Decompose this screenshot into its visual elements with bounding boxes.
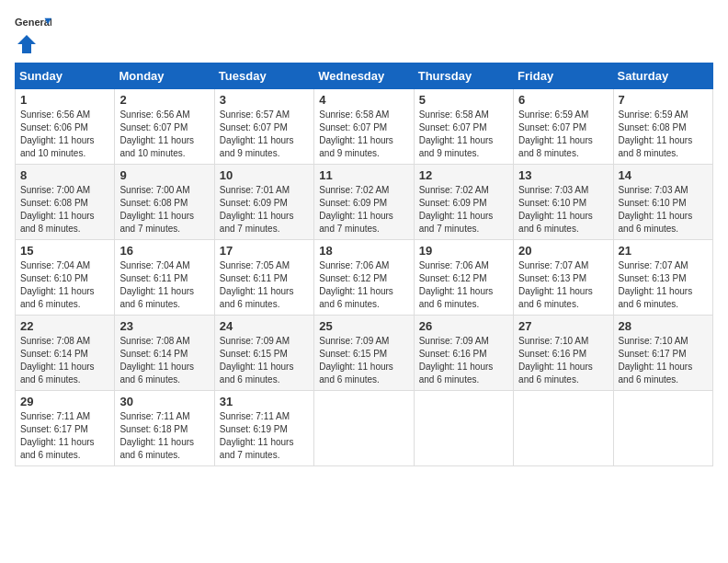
- day-info: Sunrise: 7:02 AMSunset: 6:09 PMDaylight:…: [319, 185, 393, 234]
- day-number: 29: [20, 395, 109, 408]
- day-number: 28: [619, 319, 708, 333]
- day-number: 1: [20, 93, 109, 107]
- day-number: 26: [419, 319, 508, 333]
- calendar-cell: 23Sunrise: 7:08 AMSunset: 6:14 PMDayligh…: [115, 316, 214, 391]
- day-info: Sunrise: 7:11 AMSunset: 6:19 PMDaylight:…: [220, 411, 294, 460]
- calendar-cell: 24Sunrise: 7:09 AMSunset: 6:15 PMDayligh…: [214, 316, 313, 391]
- day-number: 18: [319, 244, 408, 258]
- day-number: 14: [619, 168, 708, 182]
- day-info: Sunrise: 6:56 AMSunset: 6:07 PMDaylight:…: [119, 109, 194, 158]
- day-info: Sunrise: 7:04 AMSunset: 6:11 PMDaylight:…: [119, 260, 194, 309]
- logo: General: [15, 15, 51, 53]
- calendar-cell: 12Sunrise: 7:02 AMSunset: 6:09 PMDayligh…: [414, 165, 513, 240]
- day-number: 27: [518, 319, 608, 333]
- day-info: Sunrise: 7:08 AMSunset: 6:14 PMDaylight:…: [119, 336, 194, 385]
- calendar-cell: 25Sunrise: 7:09 AMSunset: 6:15 PMDayligh…: [314, 316, 414, 391]
- day-info: Sunrise: 7:02 AMSunset: 6:09 PMDaylight:…: [419, 185, 494, 234]
- calendar-cell: 17Sunrise: 7:05 AMSunset: 6:11 PMDayligh…: [214, 240, 313, 316]
- calendar-cell: [314, 391, 414, 466]
- day-info: Sunrise: 7:06 AMSunset: 6:12 PMDaylight:…: [319, 260, 393, 309]
- day-number: 31: [220, 395, 309, 408]
- day-info: Sunrise: 7:07 AMSunset: 6:13 PMDaylight:…: [619, 260, 693, 309]
- calendar-cell: 11Sunrise: 7:02 AMSunset: 6:09 PMDayligh…: [314, 165, 414, 240]
- calendar-week-5: 29Sunrise: 7:11 AMSunset: 6:17 PMDayligh…: [16, 391, 713, 466]
- svg-marker-2: [17, 35, 36, 53]
- day-number: 20: [518, 244, 608, 258]
- calendar-header-wednesday: Wednesday: [314, 63, 414, 89]
- day-info: Sunrise: 7:01 AMSunset: 6:09 PMDaylight:…: [220, 185, 294, 234]
- day-number: 17: [220, 244, 309, 258]
- calendar-cell: 4Sunrise: 6:58 AMSunset: 6:07 PMDaylight…: [314, 89, 414, 165]
- day-number: 24: [220, 319, 309, 333]
- calendar-header-row: SundayMondayTuesdayWednesdayThursdayFrid…: [16, 63, 713, 89]
- calendar-table: SundayMondayTuesdayWednesdayThursdayFrid…: [15, 63, 713, 466]
- calendar-cell: 7Sunrise: 6:59 AMSunset: 6:08 PMDaylight…: [613, 89, 712, 165]
- day-number: 16: [119, 244, 209, 258]
- calendar-week-3: 15Sunrise: 7:04 AMSunset: 6:10 PMDayligh…: [16, 240, 713, 316]
- day-info: Sunrise: 7:09 AMSunset: 6:15 PMDaylight:…: [220, 336, 294, 385]
- calendar-header-tuesday: Tuesday: [214, 63, 313, 89]
- day-info: Sunrise: 7:08 AMSunset: 6:14 PMDaylight:…: [20, 336, 95, 385]
- calendar-cell: 18Sunrise: 7:06 AMSunset: 6:12 PMDayligh…: [314, 240, 414, 316]
- calendar-cell: 8Sunrise: 7:00 AMSunset: 6:08 PMDaylight…: [16, 165, 115, 240]
- calendar-cell: 22Sunrise: 7:08 AMSunset: 6:14 PMDayligh…: [16, 316, 115, 391]
- day-number: 15: [20, 244, 109, 258]
- day-info: Sunrise: 7:03 AMSunset: 6:10 PMDaylight:…: [619, 185, 693, 234]
- day-number: 22: [20, 319, 109, 333]
- calendar-body: 1Sunrise: 6:56 AMSunset: 6:06 PMDaylight…: [16, 89, 713, 466]
- day-info: Sunrise: 7:03 AMSunset: 6:10 PMDaylight:…: [518, 185, 593, 234]
- logo-arrow-icon: [17, 35, 36, 53]
- calendar-cell: 31Sunrise: 7:11 AMSunset: 6:19 PMDayligh…: [214, 391, 313, 466]
- calendar-week-2: 8Sunrise: 7:00 AMSunset: 6:08 PMDaylight…: [16, 165, 713, 240]
- day-info: Sunrise: 7:10 AMSunset: 6:17 PMDaylight:…: [619, 336, 693, 385]
- calendar-cell: [414, 391, 513, 466]
- day-info: Sunrise: 6:56 AMSunset: 6:06 PMDaylight:…: [20, 109, 95, 158]
- calendar-cell: 9Sunrise: 7:00 AMSunset: 6:08 PMDaylight…: [115, 165, 214, 240]
- calendar-header-saturday: Saturday: [613, 63, 712, 89]
- calendar-cell: 6Sunrise: 6:59 AMSunset: 6:07 PMDaylight…: [514, 89, 613, 165]
- page-header: General: [15, 15, 713, 53]
- day-number: 5: [419, 93, 508, 107]
- calendar-cell: 2Sunrise: 6:56 AMSunset: 6:07 PMDaylight…: [115, 89, 214, 165]
- day-info: Sunrise: 7:11 AMSunset: 6:17 PMDaylight:…: [20, 411, 95, 460]
- day-info: Sunrise: 6:58 AMSunset: 6:07 PMDaylight:…: [419, 109, 494, 158]
- calendar-week-4: 22Sunrise: 7:08 AMSunset: 6:14 PMDayligh…: [16, 316, 713, 391]
- day-number: 9: [119, 168, 209, 182]
- day-number: 7: [619, 93, 708, 107]
- day-number: 19: [419, 244, 508, 258]
- day-number: 4: [319, 93, 408, 107]
- calendar-cell: [514, 391, 613, 466]
- logo-svg: General: [15, 15, 51, 33]
- calendar-cell: 1Sunrise: 6:56 AMSunset: 6:06 PMDaylight…: [16, 89, 115, 165]
- day-number: 8: [20, 168, 109, 182]
- calendar-header-friday: Friday: [514, 63, 613, 89]
- day-info: Sunrise: 7:00 AMSunset: 6:08 PMDaylight:…: [119, 185, 194, 234]
- day-number: 25: [319, 319, 408, 333]
- day-info: Sunrise: 7:04 AMSunset: 6:10 PMDaylight:…: [20, 260, 95, 309]
- calendar-cell: 29Sunrise: 7:11 AMSunset: 6:17 PMDayligh…: [16, 391, 115, 466]
- day-info: Sunrise: 7:11 AMSunset: 6:18 PMDaylight:…: [119, 411, 194, 460]
- calendar-week-1: 1Sunrise: 6:56 AMSunset: 6:06 PMDaylight…: [16, 89, 713, 165]
- calendar-cell: 27Sunrise: 7:10 AMSunset: 6:16 PMDayligh…: [514, 316, 613, 391]
- day-number: 10: [220, 168, 309, 182]
- calendar-cell: 10Sunrise: 7:01 AMSunset: 6:09 PMDayligh…: [214, 165, 313, 240]
- calendar-header-monday: Monday: [115, 63, 214, 89]
- calendar-cell: 19Sunrise: 7:06 AMSunset: 6:12 PMDayligh…: [414, 240, 513, 316]
- day-info: Sunrise: 7:09 AMSunset: 6:15 PMDaylight:…: [319, 336, 393, 385]
- calendar-header-sunday: Sunday: [16, 63, 115, 89]
- calendar-cell: 20Sunrise: 7:07 AMSunset: 6:13 PMDayligh…: [514, 240, 613, 316]
- day-info: Sunrise: 7:10 AMSunset: 6:16 PMDaylight:…: [518, 336, 593, 385]
- calendar-header-thursday: Thursday: [414, 63, 513, 89]
- calendar-cell: 28Sunrise: 7:10 AMSunset: 6:17 PMDayligh…: [613, 316, 712, 391]
- day-number: 3: [220, 93, 309, 107]
- calendar-cell: 26Sunrise: 7:09 AMSunset: 6:16 PMDayligh…: [414, 316, 513, 391]
- calendar-cell: 15Sunrise: 7:04 AMSunset: 6:10 PMDayligh…: [16, 240, 115, 316]
- day-number: 12: [419, 168, 508, 182]
- calendar-cell: 14Sunrise: 7:03 AMSunset: 6:10 PMDayligh…: [613, 165, 712, 240]
- day-info: Sunrise: 7:07 AMSunset: 6:13 PMDaylight:…: [518, 260, 593, 309]
- day-info: Sunrise: 7:06 AMSunset: 6:12 PMDaylight:…: [419, 260, 494, 309]
- day-info: Sunrise: 7:00 AMSunset: 6:08 PMDaylight:…: [20, 185, 95, 234]
- day-number: 11: [319, 168, 408, 182]
- calendar-cell: 3Sunrise: 6:57 AMSunset: 6:07 PMDaylight…: [214, 89, 313, 165]
- day-info: Sunrise: 6:58 AMSunset: 6:07 PMDaylight:…: [319, 109, 393, 158]
